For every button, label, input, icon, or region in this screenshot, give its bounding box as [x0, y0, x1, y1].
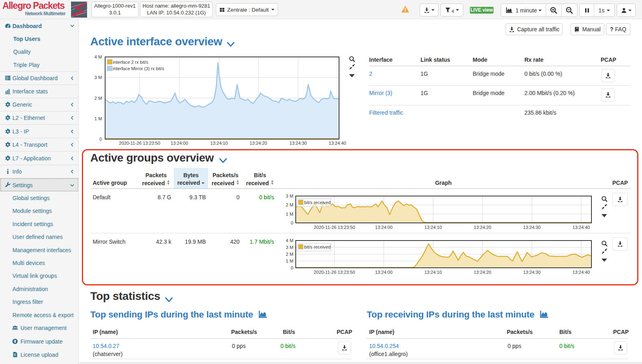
svg-text:13:24:30: 13:24:30	[523, 270, 541, 275]
svg-text:interface Mirror (3) rx bit/s: interface Mirror (3) rx bit/s	[113, 66, 164, 71]
svg-text:3 M: 3 M	[94, 75, 102, 80]
svg-text:2020-11-26 13:23:50: 2020-11-26 13:23:50	[314, 225, 355, 230]
svg-text:13:24:10: 13:24:10	[425, 225, 442, 230]
svg-text:0: 0	[100, 137, 102, 142]
svg-text:13:24:40: 13:24:40	[329, 141, 346, 146]
svg-text:4 M: 4 M	[286, 238, 293, 243]
svg-text:13:24:30: 13:24:30	[523, 225, 541, 230]
svg-text:13:24:20: 13:24:20	[474, 270, 492, 275]
svg-text:2 M: 2 M	[286, 252, 293, 257]
svg-text:13:24:10: 13:24:10	[425, 270, 442, 275]
svg-text:4 M: 4 M	[94, 55, 102, 59]
svg-text:3 M: 3 M	[286, 194, 293, 198]
svg-text:13:24:10: 13:24:10	[210, 141, 228, 146]
svg-text:2020-11-26 13:23:50: 2020-11-26 13:23:50	[314, 270, 355, 275]
svg-text:1 M: 1 M	[94, 116, 102, 121]
svg-text:13:24:00: 13:24:00	[375, 225, 393, 230]
svg-text:13:24:00: 13:24:00	[171, 141, 188, 146]
svg-text:bit/s received: bit/s received	[304, 245, 331, 249]
svg-text:interface 2 rx bit/s: interface 2 rx bit/s	[113, 60, 148, 65]
svg-text:13:24:40: 13:24:40	[573, 270, 590, 275]
svg-text:3 M: 3 M	[286, 245, 293, 250]
svg-text:0: 0	[291, 220, 293, 225]
svg-text:13:24:20: 13:24:20	[474, 225, 492, 230]
svg-text:13:24:00: 13:24:00	[375, 270, 393, 275]
svg-text:2020-11-26 13:23:50: 2020-11-26 13:23:50	[119, 141, 160, 146]
svg-text:13:24:30: 13:24:30	[289, 141, 307, 146]
svg-text:13:24:20: 13:24:20	[250, 141, 267, 146]
svg-text:13:24:40: 13:24:40	[573, 225, 590, 230]
svg-text:2 M: 2 M	[286, 202, 293, 207]
svg-text:0: 0	[291, 265, 293, 270]
svg-text:bit/s received: bit/s received	[304, 200, 331, 205]
svg-text:1 M: 1 M	[286, 259, 293, 263]
svg-text:2 M: 2 M	[94, 96, 102, 101]
svg-text:1 M: 1 M	[286, 212, 293, 216]
